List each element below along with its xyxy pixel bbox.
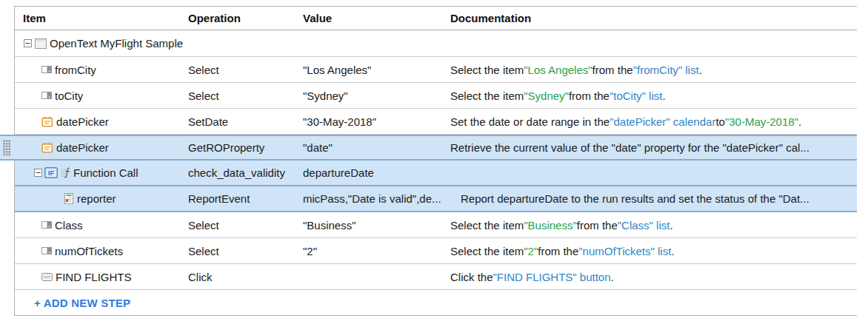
documentation-segment: "Class" list [618, 219, 670, 232]
item-cell[interactable]: numOfTickets [15, 238, 188, 263]
documentation-segment: "toCity" list [610, 90, 663, 102]
documentation-segment: Select the item [450, 245, 524, 257]
documentation-segment: "FIND FLIGHTS" button [493, 271, 611, 283]
item-cell[interactable]: FIND FLIGHTS [15, 264, 188, 289]
column-header-operation-label: Operation [188, 12, 241, 24]
combobox-icon [41, 247, 52, 254]
value-cell[interactable]: micPass,"Date is valid",de... [303, 186, 450, 211]
keyword-view: Item Operation Value Documentation OpenT… [0, 0, 868, 324]
table-row[interactable]: datePickerSetDate"30-May-2018"Set the da… [15, 109, 857, 135]
item-cell[interactable]: Class [15, 212, 188, 237]
test-root-row[interactable]: OpenText MyFlight Sample [15, 30, 857, 57]
column-header-operation: Operation [188, 7, 303, 30]
documentation-segment: "datePicker" calendar [610, 115, 715, 128]
documentation-segment: "numOfTickets" list [578, 245, 671, 257]
operation-label: ReportEvent [188, 192, 250, 205]
item-cell[interactable]: reporter [15, 186, 188, 211]
operation-cell[interactable]: check_data_validity [188, 161, 303, 185]
item-label: toCity [55, 90, 83, 102]
window-icon [35, 38, 47, 49]
documentation-segment: Select the item [450, 64, 524, 76]
item-cell[interactable]: datePicker [15, 136, 188, 159]
documentation-segment: Click the [450, 271, 493, 283]
value-label: "Business" [303, 219, 356, 232]
table-row[interactable]: toCitySelect"Sydney"Select the item "Syd… [15, 83, 857, 109]
documentation-segment: from the [577, 219, 618, 232]
value-cell[interactable]: "date" [303, 136, 450, 159]
table-row[interactable]: IFFunction Callcheck_data_validitydepart… [15, 161, 857, 186]
documentation-segment: "2" [524, 245, 538, 257]
table-row[interactable]: reporterReportEventmicPass,"Date is vali… [15, 186, 857, 212]
add-new-step-button[interactable]: + ADD NEW STEP [34, 297, 130, 309]
value-label: "date" [303, 141, 333, 154]
item-cell[interactable]: datePicker [15, 109, 188, 134]
reporter-icon [64, 193, 74, 204]
table-row[interactable]: ClassSelect"Business"Select the item "Bu… [15, 212, 857, 238]
value-label: departureDate [303, 166, 374, 179]
operation-cell[interactable]: GetROProperty [188, 136, 303, 159]
documentation-segment: "fromCity" list [633, 64, 699, 76]
item-label: Class [55, 219, 83, 232]
value-cell[interactable]: departureDate [303, 161, 450, 185]
item-label: numOfTickets [55, 245, 123, 257]
operation-cell[interactable]: ReportEvent [188, 186, 303, 211]
test-steps-table: Item Operation Value Documentation OpenT… [14, 6, 857, 316]
documentation-segment: "Business" [524, 219, 577, 232]
value-cell[interactable]: "Business" [303, 212, 450, 237]
collapse-icon[interactable] [34, 169, 42, 177]
documentation-segment: "30-May-2018" [725, 115, 798, 128]
documentation-segment: Report departureDate to the run results … [461, 192, 809, 205]
value-label: "Sydney" [303, 90, 348, 102]
item-cell[interactable]: fromCity [15, 57, 188, 82]
operation-cell[interactable]: Select [188, 83, 303, 108]
combobox-icon [41, 92, 52, 99]
operation-cell[interactable]: Select [188, 212, 303, 237]
value-label: "Los Angeles" [303, 64, 371, 76]
documentation-segment: from the [592, 64, 633, 76]
operation-cell[interactable]: Select [188, 57, 303, 82]
documentation-cell: Retrieve the current value of the "date"… [450, 136, 857, 159]
value-cell[interactable]: "30-May-2018" [303, 109, 450, 134]
documentation-segment: . [699, 64, 702, 76]
drag-handle[interactable] [3, 140, 11, 156]
value-cell[interactable] [303, 264, 450, 289]
documentation-segment: to [715, 115, 725, 128]
documentation-cell: Report departureDate to the run results … [450, 186, 857, 211]
documentation-segment: Set the date or date range in the [450, 115, 610, 128]
table-row[interactable]: datePickerGetROProperty"date"Retrieve th… [15, 135, 857, 161]
column-header-documentation-label: Documentation [450, 12, 531, 24]
item-label: Function Call [73, 166, 138, 179]
column-header-documentation: Documentation [450, 7, 857, 30]
documentation-cell: Set the date or date range in the "dateP… [450, 109, 857, 134]
table-header: Item Operation Value Documentation [15, 7, 857, 30]
root-item-cell[interactable]: OpenText MyFlight Sample [15, 30, 187, 56]
collapse-icon[interactable] [24, 39, 32, 47]
value-cell[interactable]: "2" [303, 238, 450, 263]
item-cell[interactable]: toCity [15, 83, 188, 108]
table-row[interactable]: fromCitySelect"Los Angeles"Select the it… [15, 57, 857, 83]
item-cell[interactable]: IFFunction Call [15, 161, 188, 185]
documentation-cell: Select the item "Los Angeles" from the "… [450, 57, 857, 82]
add-step-row: + ADD NEW STEP [15, 290, 857, 315]
column-header-item-label: Item [23, 12, 46, 24]
documentation-cell: Select the item "Business" from the "Cla… [450, 212, 857, 237]
item-label: FIND FLIGHTS [56, 271, 132, 283]
selected-row-gutter [0, 135, 15, 161]
operation-cell[interactable]: Click [188, 264, 303, 289]
operation-cell[interactable]: Select [188, 238, 303, 263]
item-label: datePicker [56, 115, 109, 128]
function-icon [60, 167, 71, 178]
value-cell[interactable]: "Los Angeles" [303, 57, 450, 82]
documentation-segment: Retrieve the current value of the "date"… [450, 141, 809, 154]
documentation-segment: . [611, 271, 614, 283]
table-row[interactable]: FIND FLIGHTSClickClick the "FIND FLIGHTS… [15, 264, 857, 290]
operation-label: Click [188, 271, 213, 283]
documentation-segment: Select the item [450, 90, 524, 102]
value-cell[interactable]: "Sydney" [303, 83, 450, 108]
operation-cell[interactable]: SetDate [188, 109, 303, 134]
test-name-label: OpenText MyFlight Sample [50, 37, 183, 50]
item-label: fromCity [55, 64, 96, 76]
table-row[interactable]: numOfTicketsSelect"2"Select the item "2"… [15, 238, 857, 264]
documentation-segment: . [662, 90, 665, 102]
combobox-icon [41, 221, 52, 229]
